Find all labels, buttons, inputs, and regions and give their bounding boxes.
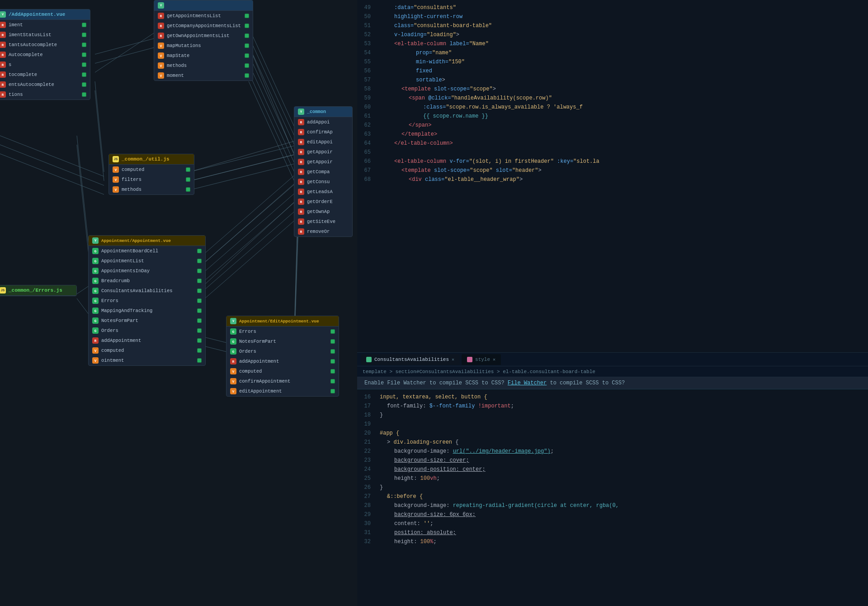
code-line: input, textarea, select, button { <box>380 393 868 402</box>
code-line <box>380 420 868 429</box>
vue-icon <box>366 357 372 362</box>
svg-line-36 <box>249 45 297 163</box>
svg-line-2 <box>95 27 163 72</box>
code-line: <div class="el-table__header_wrap"> <box>380 175 868 185</box>
line-numbers-bottom: 16 17 18 19 20 21 22 23 24 25 26 27 28 2… <box>357 389 376 606</box>
edit-appointment-node: V Appointment/EditAppointment.vue G Erro… <box>226 316 339 397</box>
svg-line-1 <box>95 45 163 63</box>
code-content-top: :data="consultants" highlight-current-ro… <box>376 0 868 188</box>
node-row: G Breadcrumb <box>89 276 205 286</box>
node-row: R getSiteEve <box>294 217 352 227</box>
code-line: </template> <box>380 130 868 139</box>
node-row: V computed <box>89 346 205 355</box>
code-line: background-image: url("../img/header-ima… <box>380 447 868 456</box>
svg-line-35 <box>190 154 297 181</box>
node-row: V methods <box>109 185 194 194</box>
code-line: > div.loading-screen { <box>380 438 868 447</box>
node-header-common-right: V _common <box>294 107 352 117</box>
node-row: R tantsAutocomplete <box>0 40 90 50</box>
svg-line-12 <box>190 145 298 172</box>
code-line: height: 100%; <box>380 538 868 547</box>
svg-line-37 <box>194 181 297 271</box>
node-row: R getAppointmentsList <box>154 11 253 21</box>
notification-bar: Enable File Watcher to compile SCSS to C… <box>357 377 868 389</box>
node-header-appointment: V Appointment/Appointment.vue <box>89 236 205 246</box>
tab-style[interactable]: style ✕ <box>462 354 501 365</box>
svg-line-28 <box>0 136 104 176</box>
tab-bar: ConsultantsAvailabilities ✕ style ✕ <box>357 353 868 366</box>
code-area-bottom: 16 17 18 19 20 21 22 23 24 25 26 27 28 2… <box>357 389 868 606</box>
code-line: font-family: $--font-family !important; <box>380 402 868 411</box>
common-util-node: JS _common_/util.js V computed V filters… <box>108 154 194 195</box>
node-row: G AppointmentList <box>89 256 205 266</box>
appointment-node: V Appointment/Appointment.vue G Appointm… <box>88 235 206 366</box>
node-row: R getCompa <box>294 167 352 177</box>
node-row: V moment <box>154 71 253 80</box>
node-row: R Autocomplete <box>0 50 90 60</box>
node-row: G MappingAndTracking <box>89 306 205 316</box>
code-line: height: 100vh; <box>380 474 868 483</box>
node-row: V computed <box>226 366 339 376</box>
node-row: R removeOr <box>294 227 352 237</box>
node-row: G Orders <box>226 346 339 356</box>
svg-line-5 <box>249 27 298 136</box>
svg-line-23 <box>194 208 298 298</box>
code-line: min-width="150" <box>380 58 868 67</box>
node-header-util: JS _common_/util.js <box>109 154 194 165</box>
common-right-node: V _common R addAppoi R confirmAp R editA… <box>294 106 353 237</box>
code-line: sortable> <box>380 76 868 85</box>
code-line: background-image: repeating-radial-gradi… <box>380 502 868 511</box>
node-row: R addAppointment <box>89 336 205 346</box>
svg-line-24 <box>194 217 298 308</box>
svg-line-38 <box>194 199 297 294</box>
svg-line-21 <box>194 190 298 280</box>
code-line: :class="scope.row.is_always_available ? … <box>380 103 868 112</box>
code-area-top: 49 50 51 52 53 54 55 56 57 58 59 60 61 6… <box>357 0 868 188</box>
node-row: G Errors <box>89 296 205 306</box>
node-row: V editAppointment <box>226 386 339 396</box>
code-content-bottom: input, textarea, select, button { font-f… <box>376 389 868 606</box>
node-row: V computed <box>109 165 194 175</box>
node-row: R getAppoir <box>294 157 352 167</box>
code-line: <el-table-column label="Name" <box>380 40 868 49</box>
code-line: } <box>380 411 868 420</box>
file-watcher-link[interactable]: File Watcher <box>508 380 547 386</box>
code-line: #app { <box>380 429 868 438</box>
code-line: <el-table-column v-for="(slot, i) in fir… <box>380 157 868 166</box>
tab-close-icon[interactable]: ✕ <box>452 357 454 362</box>
node-row: V methods <box>154 61 253 71</box>
code-line: highlight-current-row <box>380 13 868 22</box>
code-line: </span> <box>380 121 868 130</box>
svg-line-22 <box>194 199 298 289</box>
node-row: R tions <box>0 90 90 99</box>
svg-line-14 <box>190 163 298 190</box>
svg-line-3 <box>95 81 104 172</box>
svg-line-34 <box>190 140 297 172</box>
svg-line-4 <box>95 90 104 181</box>
add-appointment-node: V /AddAppointment.vue R iment R imentSta… <box>0 9 90 100</box>
node-row: R iment <box>0 20 90 30</box>
code-line: <template slot-scope="scope"> <box>380 85 868 94</box>
node-row: R addAppointment <box>226 356 339 366</box>
code-line: } <box>380 483 868 492</box>
node-header-errors: JS _common_/Errors.js <box>0 285 76 296</box>
node-row: R getConsu <box>294 177 352 187</box>
svg-line-10 <box>249 72 298 181</box>
node-header-add-appointment: V /AddAppointment.vue <box>0 9 90 20</box>
common-errors-node: JS _common_/Errors.js <box>0 285 77 296</box>
line-numbers-top: 49 50 51 52 53 54 55 56 57 58 59 60 61 6… <box>357 0 376 188</box>
svg-line-30 <box>0 154 104 194</box>
code-line: background-size: 6px 6px; <box>380 511 868 520</box>
svg-line-13 <box>190 154 298 181</box>
tab-close-icon[interactable]: ✕ <box>493 357 495 362</box>
node-row: R s <box>0 60 90 70</box>
node-header-top: V <box>154 0 253 11</box>
code-line: fixed <box>380 67 868 76</box>
tab-consultants-availabilities[interactable]: ConsultantsAvailabilities ✕ <box>361 354 460 365</box>
code-line <box>380 148 868 157</box>
node-row: R imentStatusList <box>0 30 90 40</box>
scss-icon <box>467 357 472 362</box>
breadcrumb: template > section#ConsultantsAvailabili… <box>357 366 868 377</box>
code-line: :data="consultants" <box>380 4 868 13</box>
node-row: G ConsultantsAvailabilities <box>89 286 205 296</box>
